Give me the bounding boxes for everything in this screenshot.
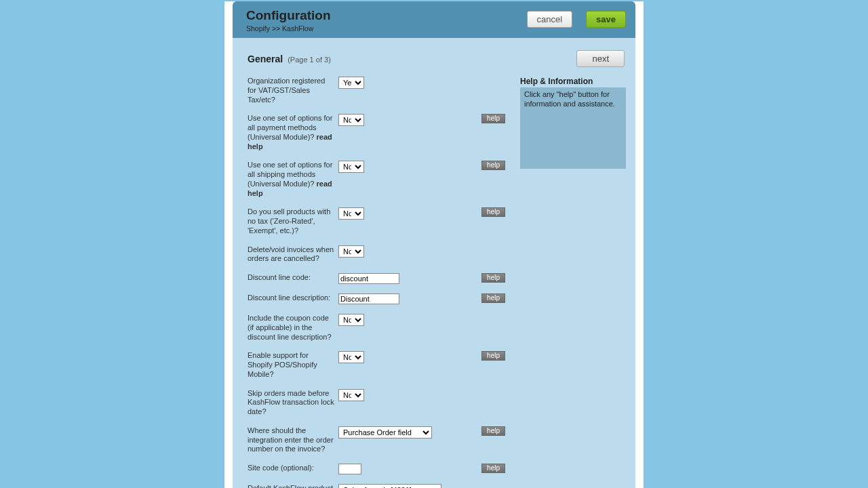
helpcell-discount-code: help — [441, 273, 505, 283]
row-discount-desc: Discount line description: help — [248, 293, 505, 304]
header-left: Configuration Shopify >> KashFlow — [246, 8, 331, 33]
input-discount-code[interactable] — [338, 273, 399, 284]
select-pos-support[interactable]: YesNo — [338, 351, 364, 363]
label-delete-void: Delete/void invoices when orders are can… — [248, 245, 338, 264]
help-column: Help & Information Click any "help" butt… — [520, 77, 626, 488]
help-button[interactable]: help — [481, 293, 505, 303]
helpcell-pos-support: help — [441, 351, 505, 361]
label-pos-support: Enable support for Shopify POS/Shopify M… — [248, 351, 338, 379]
row-default-nominal: Default KashFlow product sales type (nom… — [248, 484, 505, 488]
helpcell-discount-desc: help — [441, 293, 505, 303]
section-subtitle: (Page 1 of 3) — [288, 56, 331, 64]
help-box: Click any "help" button for information … — [520, 87, 626, 169]
select-delete-void[interactable]: YesNo — [338, 245, 364, 258]
row-payment-universal: Use one set of options for all payment m… — [248, 114, 505, 151]
control-default-nominal: Sale of goods [4001] — [338, 484, 441, 488]
input-discount-desc[interactable] — [338, 293, 399, 304]
section-title: General — [248, 54, 283, 64]
control-shipping-universal: YesNo — [338, 161, 441, 173]
row-site-code: Site code (optional): help — [248, 464, 505, 474]
label-default-nominal: Default KashFlow product sales type (nom… — [248, 484, 338, 488]
control-zero-tax: YesNo — [338, 207, 441, 220]
label-discount-code: Discount line code: — [248, 273, 338, 283]
control-order-number-loc: Purchase Order field — [338, 426, 441, 439]
cancel-button[interactable]: cancel — [527, 11, 573, 28]
help-button[interactable]: help — [481, 161, 505, 170]
row-shipping-universal: Use one set of options for all shipping … — [248, 161, 505, 198]
select-default-nominal[interactable]: Sale of goods [4001] — [338, 484, 441, 488]
input-site-code[interactable] — [338, 464, 361, 474]
label-include-coupon: Include the coupon code (if applicable) … — [248, 314, 338, 342]
help-button[interactable]: help — [481, 464, 505, 473]
select-order-number-loc[interactable]: Purchase Order field — [338, 426, 432, 439]
label-skip-lock: Skip orders made before KashFlow transac… — [248, 389, 338, 417]
select-shipping-universal[interactable]: YesNo — [338, 161, 364, 173]
control-site-code — [338, 464, 441, 474]
row-vat: Organization registered for VAT/GST/Sale… — [248, 77, 505, 104]
select-include-coupon[interactable]: YesNo — [338, 314, 364, 326]
row-discount-code: Discount line code: help — [248, 273, 505, 284]
section-header: General (Page 1 of 3) next — [248, 50, 626, 67]
label-shipping-universal: Use one set of options for all shipping … — [248, 161, 338, 198]
label-discount-desc: Discount line description: — [248, 293, 338, 303]
control-pos-support: YesNo — [338, 351, 441, 363]
breadcrumb: Shopify >> KashFlow — [246, 24, 331, 33]
row-pos-support: Enable support for Shopify POS/Shopify M… — [248, 351, 505, 379]
row-include-coupon: Include the coupon code (if applicable) … — [248, 314, 505, 342]
control-vat: YesNo — [338, 77, 441, 89]
label-vat: Organization registered for VAT/GST/Sale… — [248, 77, 338, 104]
select-skip-lock[interactable]: YesNo — [338, 389, 364, 401]
page-title: Configuration — [246, 8, 331, 23]
header: Configuration Shopify >> KashFlow cancel… — [233, 1, 635, 38]
select-vat[interactable]: YesNo — [338, 77, 364, 89]
control-discount-desc — [338, 293, 441, 304]
columns: Organization registered for VAT/GST/Sale… — [248, 77, 626, 488]
app-container: Configuration Shopify >> KashFlow cancel… — [224, 1, 644, 488]
label-order-number-loc: Where should the integration enter the o… — [248, 426, 338, 454]
row-skip-lock: Skip orders made before KashFlow transac… — [248, 389, 505, 417]
control-skip-lock: YesNo — [338, 389, 441, 401]
save-button[interactable]: save — [586, 11, 626, 28]
help-button[interactable]: help — [481, 426, 505, 436]
help-button[interactable]: help — [481, 351, 505, 361]
helpcell-payment-universal: help — [441, 114, 505, 123]
help-button[interactable]: help — [481, 114, 505, 123]
content: General (Page 1 of 3) next Organization … — [233, 38, 635, 488]
control-include-coupon: YesNo — [338, 314, 441, 326]
label-payment-universal: Use one set of options for all payment m… — [248, 114, 338, 151]
helpcell-order-number-loc: help — [441, 426, 505, 436]
form-column: Organization registered for VAT/GST/Sale… — [248, 77, 505, 488]
help-button[interactable]: help — [481, 273, 505, 283]
helpcell-site-code: help — [441, 464, 505, 473]
helpcell-zero-tax: help — [441, 207, 505, 217]
next-button[interactable]: next — [576, 50, 625, 67]
control-discount-code — [338, 273, 441, 284]
row-zero-tax: Do you sell products with no tax ('Zero-… — [248, 207, 505, 235]
section-title-wrap: General (Page 1 of 3) — [248, 54, 331, 64]
label-zero-tax: Do you sell products with no tax ('Zero-… — [248, 207, 338, 235]
label-site-code: Site code (optional): — [248, 464, 338, 473]
control-delete-void: YesNo — [338, 245, 441, 258]
control-payment-universal: YesNo — [338, 114, 441, 126]
select-payment-universal[interactable]: YesNo — [338, 114, 364, 126]
header-buttons: cancel save — [527, 11, 627, 28]
help-button[interactable]: help — [481, 207, 505, 217]
row-order-number-loc: Where should the integration enter the o… — [248, 426, 505, 454]
select-zero-tax[interactable]: YesNo — [338, 207, 364, 220]
helpcell-shipping-universal: help — [441, 161, 505, 170]
help-title: Help & Information — [520, 77, 626, 86]
row-delete-void: Delete/void invoices when orders are can… — [248, 245, 505, 264]
config-card: Configuration Shopify >> KashFlow cancel… — [233, 1, 635, 488]
